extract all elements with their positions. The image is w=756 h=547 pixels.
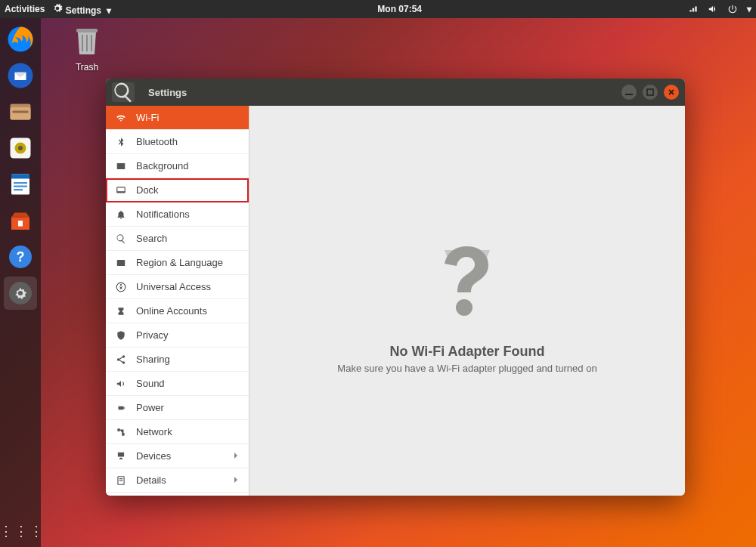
dock-app-writer[interactable] — [4, 168, 37, 201]
window-title: Settings — [148, 87, 187, 98]
dock-icon — [115, 184, 127, 196]
online-accounts-icon — [115, 305, 127, 317]
sidebar-item-label: Dock — [136, 184, 159, 196]
sidebar-item-privacy[interactable]: Privacy — [106, 323, 249, 348]
sidebar-item-sharing[interactable]: Sharing — [106, 348, 249, 372]
sidebar-item-power[interactable]: Power — [106, 396, 249, 420]
svg-rect-32 — [117, 428, 120, 431]
sidebar-item-label: Devices — [136, 450, 171, 462]
sidebar-item-bluetooth[interactable]: Bluetooth — [106, 130, 249, 154]
network-icon — [115, 426, 127, 438]
sidebar-item-label: Background — [136, 160, 188, 172]
rhythmbox-icon — [7, 134, 34, 162]
sidebar-item-label: Power — [136, 402, 164, 413]
search-icon — [115, 233, 127, 245]
network-icon — [688, 4, 699, 14]
dock-app-rhythmbox[interactable] — [4, 131, 37, 165]
svg-rect-18 — [76, 29, 98, 32]
content-subtext: Make sure you have a Wi-Fi adapter plugg… — [337, 363, 596, 374]
devices-icon — [115, 450, 127, 462]
sidebar-item-search[interactable]: Search — [106, 227, 249, 251]
desktop-trash[interactable]: Trash — [60, 23, 113, 73]
dock-app-help[interactable]: ? — [4, 240, 37, 274]
sidebar-item-label: Privacy — [136, 329, 169, 341]
sidebar-item-region[interactable]: Region & Language — [106, 251, 249, 275]
maximize-icon — [646, 88, 654, 96]
details-icon — [115, 474, 127, 487]
svg-rect-23 — [117, 191, 125, 193]
chevron-down-icon: ▾ — [747, 4, 751, 14]
volume-icon — [708, 4, 718, 14]
svg-rect-9 — [11, 175, 29, 179]
sidebar-item-network[interactable]: Network — [106, 420, 249, 444]
region-icon — [115, 257, 127, 269]
svg-text:?: ? — [17, 249, 25, 264]
svg-rect-36 — [119, 478, 123, 479]
sidebar-item-sound[interactable]: Sound — [106, 372, 249, 396]
svg-rect-30 — [119, 406, 124, 409]
sidebar-item-label: Network — [136, 426, 172, 437]
bluetooth-icon — [115, 136, 127, 148]
share-icon — [115, 354, 127, 366]
sidebar-item-label: Universal Access — [136, 281, 211, 292]
dock-app-firefox[interactable] — [4, 23, 37, 56]
background-icon — [115, 160, 127, 172]
thunderbird-icon — [7, 62, 34, 89]
titlebar-search-button[interactable] — [112, 82, 135, 102]
svg-rect-13 — [18, 221, 23, 227]
privacy-icon — [115, 329, 127, 341]
sidebar-item-online-accounts[interactable]: Online Accounts — [106, 299, 249, 323]
sidebar-item-label: Sharing — [136, 354, 170, 365]
window-maximize-button[interactable] — [643, 85, 658, 100]
svg-rect-24 — [117, 259, 125, 265]
svg-point-7 — [18, 146, 23, 150]
content-heading: No Wi-Fi Adapter Found — [389, 344, 544, 360]
sound-icon — [115, 378, 127, 390]
sidebar-item-background[interactable]: Background — [106, 154, 249, 178]
sidebar-item-label: Online Accounts — [136, 305, 207, 317]
files-icon — [7, 98, 34, 125]
sidebar-item-details[interactable]: Details — [106, 468, 249, 493]
sidebar-item-label: Wi-Fi — [136, 112, 159, 123]
svg-point-17 — [18, 291, 23, 295]
window-titlebar[interactable]: Settings — [106, 79, 685, 106]
sidebar-item-wifi[interactable]: Wi-Fi — [106, 106, 249, 130]
writer-icon — [7, 171, 34, 198]
activities-button[interactable]: Activities — [5, 4, 45, 14]
trash-label: Trash — [76, 62, 98, 73]
app-menu-button[interactable]: Settings ▾ — [52, 3, 111, 16]
window-minimize-button[interactable] — [621, 85, 637, 100]
svg-rect-11 — [14, 186, 27, 187]
gear-icon — [52, 3, 63, 14]
svg-rect-37 — [119, 480, 123, 481]
sidebar-item-dock[interactable]: Dock — [106, 178, 249, 202]
search-icon — [112, 81, 135, 104]
dock: ? ⋮⋮⋮ — [0, 18, 41, 547]
sidebar-item-devices[interactable]: Devices — [106, 444, 249, 468]
system-menu[interactable]: ▾ — [688, 4, 751, 14]
svg-rect-20 — [647, 89, 653, 95]
show-apps-button[interactable]: ⋮⋮⋮ — [0, 523, 45, 539]
svg-rect-3 — [11, 107, 31, 120]
dock-app-software[interactable] — [4, 204, 37, 237]
window-close-button[interactable] — [664, 85, 679, 100]
settings-sidebar: Wi-Fi Bluetooth Background Dock Notifica… — [106, 106, 249, 496]
dock-app-settings[interactable] — [4, 277, 37, 310]
dock-app-thunderbird[interactable] — [4, 59, 37, 92]
svg-rect-19 — [625, 94, 633, 95]
accessibility-icon — [115, 281, 127, 293]
software-icon — [7, 207, 34, 234]
settings-window: Settings Wi-Fi Bluetooth Background — [106, 79, 685, 496]
trash-icon — [69, 23, 105, 59]
sidebar-item-notifications[interactable]: Notifications — [106, 202, 249, 227]
sidebar-item-label: Notifications — [136, 209, 190, 220]
question-mark-icon — [418, 227, 516, 329]
chevron-right-icon — [232, 450, 240, 462]
svg-point-38 — [456, 299, 472, 316]
clock[interactable]: Mon 07:54 — [111, 4, 688, 14]
sidebar-item-label: Bluetooth — [136, 136, 178, 147]
dock-app-files[interactable] — [4, 95, 37, 128]
sidebar-item-universal-access[interactable]: Universal Access — [106, 275, 249, 299]
firefox-icon — [7, 26, 34, 53]
power-icon — [115, 402, 127, 414]
